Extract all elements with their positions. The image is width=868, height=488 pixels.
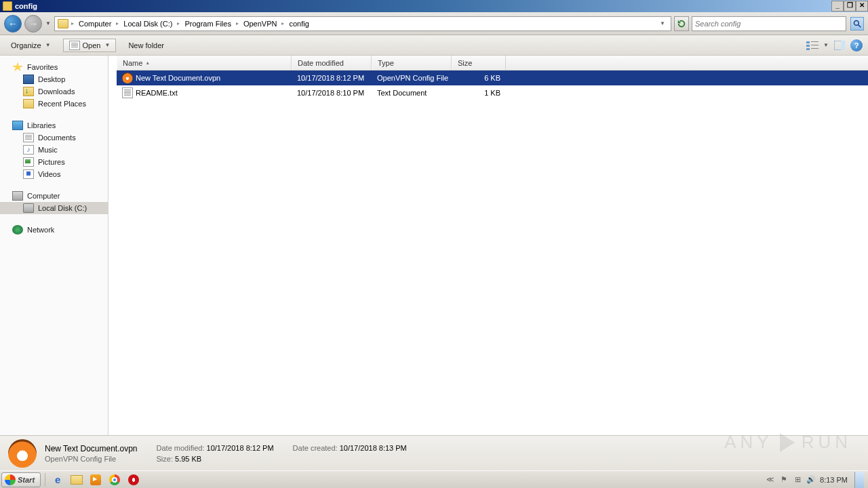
minimize-button[interactable]: _: [831, 1, 844, 12]
nav-documents[interactable]: Documents: [0, 131, 108, 144]
maximize-button[interactable]: ❐: [844, 1, 856, 12]
nav-desktop[interactable]: Desktop: [0, 73, 108, 85]
breadcrumb-disk[interactable]: Local Disk (C:): [121, 20, 174, 28]
documents-icon: [23, 133, 34, 142]
navigation-pane: Favorites Desktop Downloads Recent Place…: [0, 56, 108, 435]
libraries-icon: [12, 121, 23, 130]
text-file-icon: [122, 87, 133, 98]
svg-rect-5: [811, 45, 818, 45]
network-icon: [12, 225, 23, 235]
title-bar: config _ ❐ ✕: [0, 0, 868, 12]
search-button[interactable]: [850, 17, 864, 30]
svg-rect-2: [806, 41, 810, 43]
music-icon: [23, 145, 34, 155]
tray-volume-icon[interactable]: 🔊: [806, 475, 816, 485]
preview-pane-button[interactable]: [833, 39, 846, 52]
desktop-icon: [23, 75, 34, 84]
tray-expand-icon[interactable]: ≪: [766, 475, 775, 485]
folder-icon: [3, 1, 12, 11]
folder-icon: [58, 19, 68, 28]
details-filename: New Text Document.ovpn: [45, 444, 138, 453]
tray-clock[interactable]: 8:13 PM: [820, 476, 848, 484]
svg-rect-6: [806, 48, 810, 50]
svg-rect-7: [811, 48, 818, 49]
svg-line-1: [859, 24, 861, 27]
address-bar[interactable]: ▸ Computer ▸ Local Disk (C:) ▸ Program F…: [54, 16, 671, 31]
search-box[interactable]: [692, 16, 846, 31]
open-button[interactable]: Open▼: [63, 39, 117, 52]
breadcrumb-computer[interactable]: Computer: [77, 20, 113, 28]
start-button[interactable]: Start: [1, 472, 41, 487]
taskbar: Start e ≪ ⚑ ⊞ 🔊 8:13 PM: [0, 470, 868, 488]
file-row[interactable]: New Text Document.ovpn10/17/2018 8:12 PM…: [117, 70, 868, 85]
svg-rect-9: [841, 41, 845, 50]
breadcrumb-openvpn[interactable]: OpenVPN: [241, 20, 279, 28]
videos-icon: [23, 169, 34, 179]
main-area: Favorites Desktop Downloads Recent Place…: [0, 56, 868, 435]
new-folder-button[interactable]: New folder: [123, 39, 170, 52]
file-list: Name▲ Date modified Type Size New Text D…: [108, 56, 868, 435]
openvpn-icon: [122, 73, 133, 83]
taskbar-mediaplayer[interactable]: [88, 473, 103, 487]
taskbar-chrome[interactable]: [107, 473, 122, 487]
taskbar-opera[interactable]: [126, 473, 141, 487]
svg-rect-3: [811, 41, 818, 42]
details-pane: New Text Document.ovpn Date modified: 10…: [0, 435, 868, 470]
pictures-icon: [23, 157, 34, 167]
windows-orb-icon: [5, 474, 16, 485]
nav-videos[interactable]: Videos: [0, 168, 108, 180]
search-input[interactable]: [695, 20, 843, 28]
history-dropdown[interactable]: ▼: [45, 16, 52, 32]
computer-icon: [12, 191, 23, 201]
tray-flag-icon[interactable]: ⚑: [779, 475, 789, 485]
taskbar-ie[interactable]: e: [50, 473, 65, 487]
window-title: config: [15, 2, 37, 10]
nav-downloads[interactable]: Downloads: [0, 85, 108, 98]
col-size[interactable]: Size: [452, 56, 506, 70]
system-tray: ≪ ⚑ ⊞ 🔊 8:13 PM: [762, 472, 868, 488]
nav-recent[interactable]: Recent Places: [0, 98, 108, 110]
view-button[interactable]: [806, 39, 819, 52]
address-dropdown[interactable]: ▼: [657, 20, 668, 26]
view-dropdown[interactable]: ▼: [823, 42, 829, 48]
svg-rect-4: [806, 45, 810, 47]
breadcrumb-config[interactable]: config: [287, 20, 311, 28]
col-date[interactable]: Date modified: [292, 56, 372, 70]
organize-button[interactable]: Organize▼: [5, 39, 56, 52]
taskbar-explorer[interactable]: [69, 473, 84, 487]
disk-icon: [23, 203, 34, 213]
nav-pictures[interactable]: Pictures: [0, 156, 108, 168]
recent-icon: [23, 99, 34, 108]
column-headers: Name▲ Date modified Type Size: [117, 56, 868, 70]
address-bar-row: ← → ▼ ▸ Computer ▸ Local Disk (C:) ▸ Pro…: [0, 12, 868, 35]
nav-music[interactable]: Music: [0, 144, 108, 156]
favorites-group[interactable]: Favorites: [0, 61, 108, 73]
file-icon: [69, 41, 80, 50]
back-button[interactable]: ←: [4, 15, 22, 33]
breadcrumb-sep[interactable]: ▸: [70, 20, 75, 26]
help-button[interactable]: ?: [850, 39, 863, 52]
forward-button[interactable]: →: [24, 15, 42, 33]
show-desktop-button[interactable]: [854, 472, 864, 488]
computer-group[interactable]: Computer: [0, 190, 108, 202]
command-bar: Organize▼ Open▼ New folder ▼ ?: [0, 35, 868, 56]
col-name[interactable]: Name▲: [117, 56, 292, 70]
nav-local-disk[interactable]: Local Disk (C:): [0, 202, 108, 214]
downloads-icon: [23, 87, 34, 96]
tray-network-icon[interactable]: ⊞: [793, 475, 802, 485]
refresh-button[interactable]: [674, 16, 689, 31]
star-icon: [12, 62, 23, 72]
libraries-group[interactable]: Libraries: [0, 119, 108, 131]
network-group[interactable]: Network: [0, 224, 108, 236]
col-type[interactable]: Type: [372, 56, 452, 70]
file-row[interactable]: README.txt10/17/2018 8:10 PMText Documen…: [117, 85, 868, 100]
svg-point-0: [854, 20, 859, 25]
breadcrumb-progfiles[interactable]: Program Files: [182, 20, 233, 28]
openvpn-icon: [8, 439, 37, 468]
details-filetype: OpenVPN Config File: [45, 455, 116, 463]
close-button[interactable]: ✕: [856, 1, 868, 12]
